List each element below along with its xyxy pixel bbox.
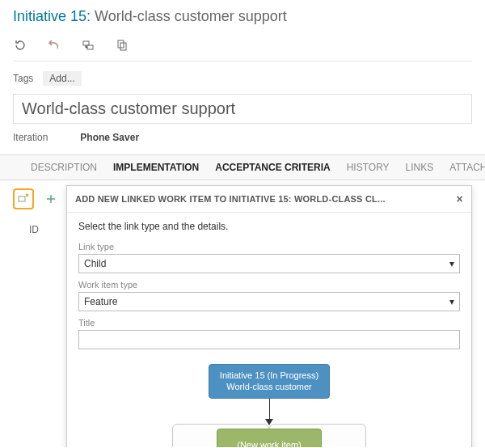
title-input-field[interactable] (78, 330, 460, 349)
iteration-label: Iteration (13, 132, 48, 143)
tab-history[interactable]: HISTORY (339, 155, 398, 180)
chevron-down-icon: ▾ (449, 258, 454, 269)
svg-rect-1 (87, 45, 93, 49)
dialog-title: ADD NEW LINKED WORK ITEM TO INITIATIVE 1… (75, 194, 386, 204)
link-work-item-icon[interactable] (81, 38, 95, 53)
work-item-type-select[interactable]: Feature ▾ (78, 292, 460, 311)
title-input[interactable]: World-class customer support (13, 94, 472, 124)
parent-work-item-node: Initiative 15 (In Progress) World-class … (209, 364, 330, 399)
link-diagram: Initiative 15 (In Progress) World-class … (78, 364, 460, 447)
undo-icon[interactable] (47, 38, 61, 53)
tab-description[interactable]: DESCRIPTION (23, 155, 105, 180)
iteration-value[interactable]: Phone Saver (80, 132, 139, 143)
iteration-row: Iteration Phone Saver (13, 132, 472, 151)
tags-row: Tags Add... (13, 66, 472, 91)
add-linked-item-dialog: ADD NEW LINKED WORK ITEM TO INITIATIVE 1… (66, 185, 472, 447)
children-row: (New work item) (172, 424, 366, 447)
add-link-button[interactable] (40, 188, 61, 209)
tab-links[interactable]: LINKS (398, 155, 442, 180)
copy-icon[interactable] (115, 38, 129, 53)
page-title: Initiative 15: World-class customer supp… (13, 8, 472, 25)
implementation-panel: ID ADD NEW LINKED WORK ITEM TO INITIATIV… (0, 180, 485, 447)
svg-rect-0 (83, 41, 89, 45)
title-text: World-class customer support (95, 8, 287, 24)
tab-acceptance[interactable]: ACCEPTANCE CRITERIA (207, 155, 338, 180)
refresh-icon[interactable] (13, 38, 27, 53)
work-item-type-label: Work item type (78, 280, 460, 290)
chevron-down-icon: ▾ (449, 296, 454, 307)
tags-label: Tags (13, 73, 33, 84)
tab-attachments[interactable]: ATTACH... (441, 155, 485, 180)
tabs: DESCRIPTION IMPLEMENTATION ACCEPTANCE CR… (0, 154, 485, 180)
link-type-label: Link type (78, 242, 460, 251)
close-icon[interactable]: × (457, 192, 463, 205)
link-type-value: Child (84, 258, 106, 269)
title-field-label: Title (78, 318, 460, 328)
parent-node-line2: World-class customer (219, 381, 319, 392)
title-prefix: Initiative 15: (13, 8, 91, 24)
work-item-type-value: Feature (84, 296, 117, 307)
new-linked-item-button[interactable] (13, 188, 34, 209)
new-work-item-node: (New work item) (217, 429, 322, 447)
tags-add-button[interactable]: Add... (43, 71, 81, 86)
dialog-instruction: Select the link type and the details. (78, 221, 460, 232)
arrow-stem (269, 399, 270, 420)
toolbar (13, 35, 472, 61)
tab-implementation[interactable]: IMPLEMENTATION (105, 155, 207, 180)
parent-node-line1: Initiative 15 (In Progress) (219, 370, 319, 381)
svg-rect-4 (19, 197, 25, 201)
link-type-select[interactable]: Child ▾ (78, 254, 460, 273)
id-column-label: ID (29, 224, 39, 235)
